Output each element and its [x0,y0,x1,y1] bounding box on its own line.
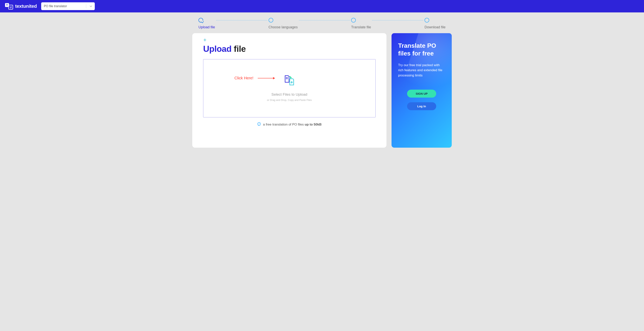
info-bubble-icon [257,122,261,127]
step-download-file[interactable]: Download file [424,18,446,29]
step-circle-icon [424,18,429,22]
step-connector [216,20,267,20]
svg-point-12 [259,125,259,125]
signup-button[interactable]: SIGN UP [407,90,436,98]
promo-heading: Translate PO files for free [398,42,445,57]
page-title: Upload file [203,44,376,54]
dropzone-sub-text: or Drag and Drop, Copy and Paste Files [267,99,312,101]
title-highlight: Upload [203,44,232,53]
svg-text:U: U [10,6,12,9]
upload-files-icon [284,75,295,86]
step-upload-file[interactable]: Upload file [198,18,215,29]
step-label: Choose languages [268,25,298,29]
step-label: Translate file [351,25,371,29]
promo-panel: Translate PO files for free Try our free… [392,33,452,148]
footnote-text: a free translation of PO files [263,123,305,126]
progress-steps: Upload file Choose languages Translate f… [192,12,452,31]
textunited-logo-icon: T U [5,3,13,10]
login-button[interactable]: Log In [407,102,436,110]
file-dropzone[interactable]: Click Here! Select Files to Upload [203,59,376,117]
dropzone-main-text: Select Files to Upload [272,92,308,97]
selector-value: PO file translator [44,4,67,8]
step-translate-file[interactable]: Translate file [351,18,371,29]
file-limit-footnote: a free translation of PO files up to 50k… [203,122,376,127]
svg-text:T: T [6,3,8,6]
brand-logo[interactable]: T U textunited [5,3,37,10]
brand-name: textunited [15,3,37,9]
click-here-annotation: Click Here! [234,76,254,80]
app-header: T U textunited PO file translator [0,0,644,12]
promo-body: Try our free trial packed with rich feat… [398,63,445,78]
plus-decoration-icon [204,39,206,42]
step-circle-icon [268,18,273,22]
step-label: Upload file [198,25,215,29]
step-label: Download file [424,25,446,29]
step-choose-languages[interactable]: Choose languages [268,18,298,29]
step-circle-icon [198,18,203,22]
step-connector [372,20,423,20]
title-rest: file [232,44,246,53]
chevron-down-icon [90,4,92,8]
file-type-selector[interactable]: PO file translator [41,2,95,10]
footnote-strong: up to 50kB [305,123,322,126]
arrow-annotation-icon [258,78,275,78]
upload-card: Upload file Click Here! [192,33,386,148]
step-connector [299,20,350,20]
step-circle-icon [351,18,356,22]
